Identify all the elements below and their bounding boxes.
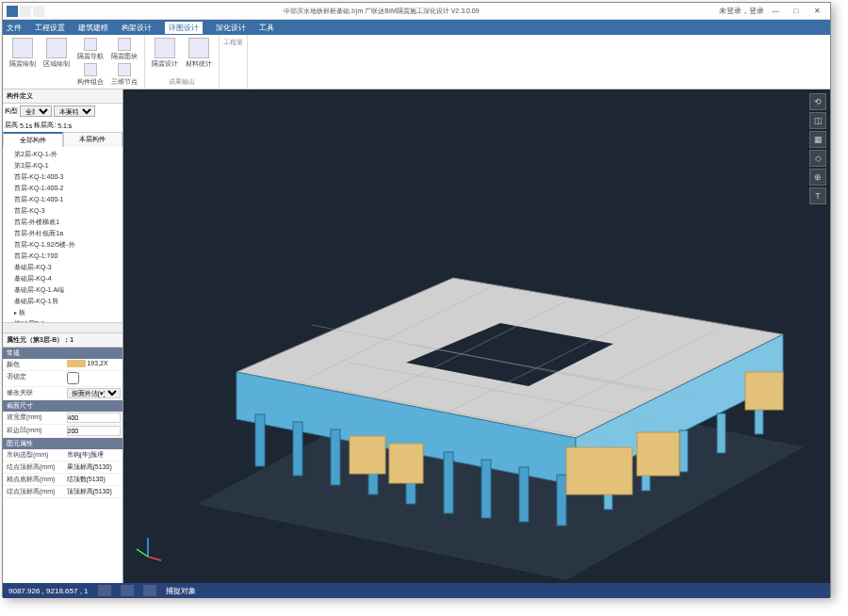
- svg-line-34: [137, 549, 148, 557]
- svg-rect-20: [637, 432, 679, 476]
- svg-rect-17: [717, 413, 726, 453]
- prop-color-label: 颜色: [3, 359, 65, 370]
- ribbon-design[interactable]: 隔震设计: [149, 37, 181, 70]
- prop-label: 精点底标高(mm): [3, 474, 65, 485]
- panel-divider[interactable]: [3, 322, 122, 333]
- ribbon-nav[interactable]: 隔震导航: [74, 37, 106, 62]
- tree-item[interactable]: 第3层-KQ-1: [5, 160, 121, 171]
- ribbon: 隔震绘制 区域绘制 隔震导航 构件组合 隔震图块 三维节点 构架 隔震设计 材料…: [3, 35, 830, 89]
- ribbon-assembly[interactable]: 构件组合: [74, 62, 106, 88]
- tree-item[interactable]: 首层-KQ-1:700: [5, 251, 121, 262]
- tree-item[interactable]: 首层-KQ-1.92/5楼-外: [5, 239, 121, 251]
- status-button-2[interactable]: [121, 585, 134, 596]
- prop-label: 结点顶标高(mm): [3, 462, 65, 473]
- view-orbit-icon[interactable]: ⟲: [809, 93, 826, 110]
- component-tree[interactable]: 第2层-KQ-1-外 第3层-KQ-1 首层-KQ-1:400-3 首层-KQ-…: [3, 147, 122, 322]
- tree-item[interactable]: 首层-KQ-1:400-2: [5, 183, 121, 194]
- statusbar: 9087.926 , 9218.657 , 1 捕捉对象: [3, 583, 830, 598]
- ribbon-3djoint[interactable]: 三维节点: [108, 62, 140, 88]
- prop-value[interactable]: 顶顶标高(5130): [65, 486, 123, 497]
- svg-line-33: [148, 557, 161, 560]
- 3d-viewport[interactable]: ⟲ ◫ ▦ ◇ ⊕ T: [123, 89, 830, 583]
- ribbon-draw[interactable]: 隔震绘制: [7, 37, 39, 88]
- view-grid-icon[interactable]: ▦: [809, 131, 826, 148]
- sidebar: 构件定义 构型 全部 本案特征 层高 5.1s 栋层高: 5.1:s 全部构件 …: [3, 89, 123, 583]
- prop-section-unit[interactable]: 图元属性: [3, 438, 122, 449]
- menu-model[interactable]: 建筑建模: [78, 23, 108, 33]
- tree-item[interactable]: 基础层-KQ-4: [5, 273, 121, 284]
- ribbon-area[interactable]: 区域绘制: [41, 37, 73, 88]
- app-icon: [7, 6, 18, 17]
- height-label: 层高: [5, 121, 18, 130]
- qat-undo-icon[interactable]: [33, 6, 44, 17]
- prop-lock-checkbox[interactable]: [67, 372, 79, 384]
- view-text-icon[interactable]: T: [809, 187, 826, 204]
- ribbon-material[interactable]: 材料统计: [183, 37, 215, 70]
- tree-item[interactable]: 首层-KQ-3: [5, 205, 121, 217]
- prop-link-label: 修改关联: [3, 387, 65, 399]
- tree-item[interactable]: 首层-KQ-1:400-3: [5, 171, 121, 183]
- svg-rect-13: [557, 475, 566, 526]
- view-pan-icon[interactable]: ◫: [809, 112, 826, 129]
- tree-item[interactable]: 基础层-KQ-1.A端: [5, 284, 121, 296]
- maximize-button[interactable]: □: [787, 5, 806, 18]
- prop-value[interactable]: 果顶标高(5130): [65, 462, 123, 473]
- view-zoom-icon[interactable]: ⊕: [809, 169, 826, 186]
- tree-item[interactable]: 首层-KQ-1:400-1: [5, 194, 121, 205]
- status-coords: 9087.926 , 9218.657 , 1: [8, 587, 89, 595]
- svg-rect-22: [350, 436, 385, 474]
- prop-label: 综点顶标高(mm): [3, 486, 65, 497]
- window-title: 中部滨水地铁群桩基础.b)m 广联达BIM隔震施工深化设计 V2.3.0.09: [44, 7, 719, 16]
- floor-height-value: 5.1:s: [57, 122, 72, 129]
- svg-rect-23: [389, 444, 423, 483]
- filter2-select[interactable]: 本案特征: [54, 105, 95, 117]
- menu-tool[interactable]: 工具: [259, 23, 274, 33]
- tree-group-slab[interactable]: 板: [5, 307, 121, 318]
- svg-rect-16: [679, 430, 688, 472]
- login-link[interactable]: 未登录，登录: [719, 6, 764, 16]
- prop-value[interactable]: 结顶数(5130): [65, 474, 123, 485]
- ribbon-group-label-2: 成果输出: [169, 76, 195, 87]
- components-panel-title: 构件定义: [3, 89, 122, 104]
- tree-item[interactable]: 基础层-KQ-3: [5, 262, 121, 273]
- minimize-button[interactable]: —: [766, 5, 785, 18]
- prop-width-input[interactable]: [67, 413, 122, 423]
- properties-panel: 常规 颜色 193,2X 否锁定 修改关联按面外法(▾) 截面尺寸 坡宽度(mm…: [3, 348, 122, 583]
- prop-color-value: 193,2X: [87, 360, 107, 366]
- view-iso-icon[interactable]: ◇: [809, 150, 826, 167]
- menu-file[interactable]: 文件: [7, 23, 22, 33]
- qat-save-icon[interactable]: [20, 6, 31, 17]
- svg-rect-10: [444, 452, 453, 513]
- close-button[interactable]: ✕: [807, 5, 826, 18]
- tab-all-components[interactable]: 全部构件: [3, 132, 63, 147]
- menu-deep[interactable]: 深化设计: [216, 23, 246, 33]
- building-model: [123, 89, 830, 583]
- tree-item[interactable]: 首层-外楼梯底1: [5, 217, 121, 228]
- menubar: 文件 工程设置 建筑建模 构架设计 详图设计 深化设计 工具: [3, 20, 830, 35]
- prop-section-geo[interactable]: 截面尺寸: [3, 400, 122, 412]
- filter1-select[interactable]: 全部: [20, 105, 52, 117]
- prop-link-select[interactable]: 按面外法(▾): [67, 388, 122, 398]
- ribbon-block[interactable]: 隔震图块: [108, 37, 140, 62]
- menu-frame[interactable]: 构架设计: [122, 23, 152, 33]
- svg-rect-12: [519, 467, 529, 522]
- tab-floor-components[interactable]: 本层构件: [63, 132, 123, 147]
- status-button-3[interactable]: [143, 585, 156, 596]
- axis-gizmo[interactable]: [131, 528, 165, 562]
- color-swatch[interactable]: [67, 360, 86, 367]
- prop-label: 吊钩选型(mm): [3, 449, 65, 461]
- prop-section-general[interactable]: 常规: [3, 348, 122, 359]
- tree-item[interactable]: 第2层-KQ-1-外: [5, 149, 121, 160]
- filter1-label: 构型: [5, 106, 18, 116]
- svg-rect-7: [331, 430, 340, 485]
- menu-project[interactable]: 工程设置: [35, 23, 65, 33]
- tree-item[interactable]: 首层-外柱低面1a: [5, 228, 121, 239]
- view-toolbar: ⟲ ◫ ▦ ◇ ⊕ T: [809, 93, 826, 204]
- prop-width-label: 坡宽度(mm): [3, 412, 65, 424]
- props-panel-title: 属性元（第3层-B）：1: [3, 333, 122, 348]
- status-button-1[interactable]: [98, 585, 111, 596]
- prop-thick-input[interactable]: [67, 426, 122, 436]
- tree-item[interactable]: 基础层-KQ-1剪: [5, 296, 121, 307]
- menu-detail[interactable]: 详图设计: [165, 22, 203, 34]
- prop-value[interactable]: 吊钩(牛)预埋: [65, 449, 123, 461]
